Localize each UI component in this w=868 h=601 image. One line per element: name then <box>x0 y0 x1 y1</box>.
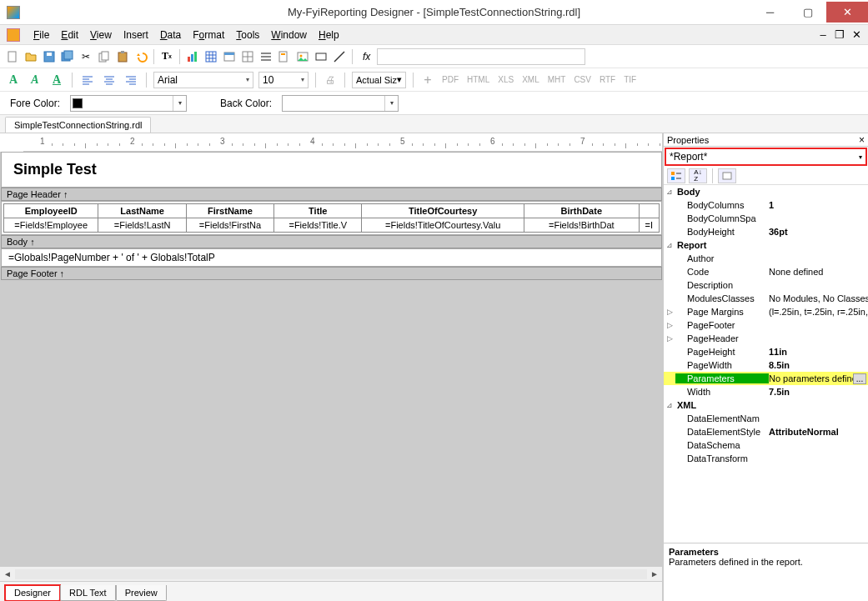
export-tif[interactable]: TIF <box>622 75 638 84</box>
close-button[interactable]: ✕ <box>826 2 868 23</box>
categorized-icon[interactable] <box>667 168 685 183</box>
matrix-tool-icon[interactable] <box>240 49 255 64</box>
property-value[interactable]: (l=.25in, t=.25in, r=.25in, b= <box>769 307 868 317</box>
property-value[interactable]: AttributeNormal <box>769 427 868 437</box>
textbox-tool-icon[interactable]: Tx <box>159 49 174 64</box>
property-row[interactable]: BodyHeight36pt <box>664 225 868 238</box>
globals-expression[interactable]: =Globals!PageNumber + ' of ' + Globals!T… <box>1 248 662 267</box>
font-combo[interactable]: Arial▾ <box>153 72 253 88</box>
mdi-restore-icon[interactable]: ❐ <box>833 28 846 41</box>
export-mht[interactable]: MHT <box>546 75 568 84</box>
page-footer-band[interactable]: Page Footer ↑ <box>1 267 662 280</box>
body-band[interactable]: Body ↑ <box>1 235 662 248</box>
minimize-button[interactable]: ─ <box>751 2 789 23</box>
line-tool-icon[interactable] <box>332 49 347 64</box>
rectangle-tool-icon[interactable] <box>314 49 329 64</box>
menu-edit[interactable]: Edit <box>56 28 83 43</box>
underline-icon[interactable]: A <box>48 72 65 88</box>
property-row[interactable]: BodyColumnSpa <box>664 212 868 225</box>
zoom-combo[interactable]: Actual Siz▾ <box>352 72 406 88</box>
expand-icon[interactable]: ▷ <box>664 321 675 329</box>
copy-icon[interactable] <box>97 49 112 64</box>
expand-icon[interactable]: ⊿ <box>664 241 675 249</box>
alphabetical-icon[interactable]: A↓Z <box>689 168 707 183</box>
grid-tool-icon[interactable] <box>203 49 218 64</box>
design-canvas[interactable]: Simple Test Page Header ↑ EmployeeIDLast… <box>0 152 662 566</box>
save-icon[interactable] <box>42 49 57 64</box>
property-row[interactable]: Author <box>664 252 868 265</box>
property-pages-icon[interactable] <box>718 168 736 183</box>
back-color-combo[interactable]: ▾ <box>282 95 399 112</box>
align-center-icon[interactable] <box>101 72 118 88</box>
field-cell[interactable]: =Fields!TitleOfCourtesy.Valu <box>362 218 524 233</box>
field-cell[interactable]: =Fields!Employee <box>4 218 98 233</box>
property-row[interactable]: ModulesClassesNo Modules, No Classes d <box>664 292 868 305</box>
property-row[interactable]: PageWidth8.5in <box>664 358 868 372</box>
property-row[interactable]: ⊿Report <box>664 238 868 252</box>
expand-icon[interactable]: ⊿ <box>664 188 675 196</box>
column-header[interactable]: Title <box>274 204 362 218</box>
export-rtf[interactable]: RTF <box>598 75 617 84</box>
document-tab[interactable]: SimpleTestConnectionString.rdl <box>5 117 151 133</box>
export-xls[interactable]: XLS <box>496 75 515 84</box>
image-tool-icon[interactable] <box>295 49 310 64</box>
properties-close-icon[interactable]: × <box>859 134 868 146</box>
chart-tool-icon[interactable] <box>185 49 200 64</box>
export-pdf[interactable]: PDF <box>440 75 460 84</box>
field-cell[interactable]: =Fields!LastN <box>98 218 186 233</box>
column-header[interactable]: EmployeeID <box>4 204 98 218</box>
scroll-right-icon[interactable]: ► <box>647 569 662 578</box>
property-value[interactable]: 8.5in <box>769 360 868 370</box>
expand-icon[interactable]: ▷ <box>664 334 675 343</box>
menu-tools[interactable]: Tools <box>231 28 264 43</box>
open-icon[interactable] <box>23 49 38 64</box>
expression-input[interactable] <box>377 48 585 65</box>
property-row[interactable]: ▷Page Margins(l=.25in, t=.25in, r=.25in,… <box>664 305 868 318</box>
property-row[interactable]: ▷PageFooter <box>664 318 868 332</box>
column-header[interactable]: TitleOfCourtesy <box>362 204 524 218</box>
property-row[interactable]: ⊿XML <box>664 398 868 412</box>
add-export-icon[interactable]: + <box>420 73 435 88</box>
paste-icon[interactable] <box>115 49 130 64</box>
menu-data[interactable]: Data <box>155 28 186 43</box>
menu-insert[interactable]: Insert <box>118 28 153 43</box>
bold-icon[interactable]: A <box>5 72 22 88</box>
print-icon[interactable]: 🖨 <box>323 73 338 88</box>
list-tool-icon[interactable] <box>258 49 273 64</box>
new-icon[interactable] <box>5 49 20 64</box>
column-header[interactable]: FirstName <box>186 204 273 218</box>
maximize-button[interactable]: ▢ <box>789 2 826 23</box>
export-xml[interactable]: XML <box>520 75 541 84</box>
page-header-band[interactable]: Page Header ↑ <box>1 188 662 201</box>
export-html[interactable]: HTML <box>465 75 491 84</box>
property-row[interactable]: DataElementStyleAttributeNormal <box>664 425 868 438</box>
report-table[interactable]: EmployeeIDLastNameFirstNameTitleTitleOfC… <box>3 203 660 233</box>
font-size-combo[interactable]: 10▾ <box>258 72 309 88</box>
saveall-icon[interactable] <box>60 49 75 64</box>
property-row[interactable]: ⊿Body <box>664 185 868 198</box>
property-value[interactable]: No parameters defined <box>769 373 853 383</box>
scroll-left-icon[interactable]: ◄ <box>0 569 15 578</box>
fore-color-combo[interactable]: ▾ <box>70 95 187 112</box>
undo-icon[interactable] <box>133 49 148 64</box>
menu-view[interactable]: View <box>85 28 117 43</box>
field-cell[interactable]: =I <box>639 218 659 233</box>
property-row[interactable]: Width7.5in <box>664 385 868 398</box>
property-value[interactable]: 7.5in <box>769 387 868 397</box>
property-value[interactable]: 11in <box>769 347 868 357</box>
align-right-icon[interactable] <box>123 72 139 88</box>
expand-icon[interactable]: ⊿ <box>664 401 675 409</box>
report-title[interactable]: Simple Test <box>1 152 662 188</box>
mdi-close-icon[interactable]: ✕ <box>850 28 863 41</box>
tab-rdl-text[interactable]: RDL Text <box>60 585 116 601</box>
mdi-minimize-icon[interactable]: – <box>816 28 830 41</box>
cut-icon[interactable]: ✂ <box>78 49 93 64</box>
menu-format[interactable]: Format <box>188 28 229 43</box>
property-row[interactable]: DataSchema <box>664 438 868 452</box>
subreport-tool-icon[interactable] <box>277 49 292 64</box>
column-header[interactable]: BirthDate <box>524 204 639 218</box>
property-row[interactable]: ParametersNo parameters defined... <box>664 372 868 385</box>
column-header[interactable]: LastName <box>98 204 186 218</box>
property-value[interactable]: No Modules, No Classes d <box>769 293 868 303</box>
property-row[interactable]: PageHeight11in <box>664 345 868 358</box>
